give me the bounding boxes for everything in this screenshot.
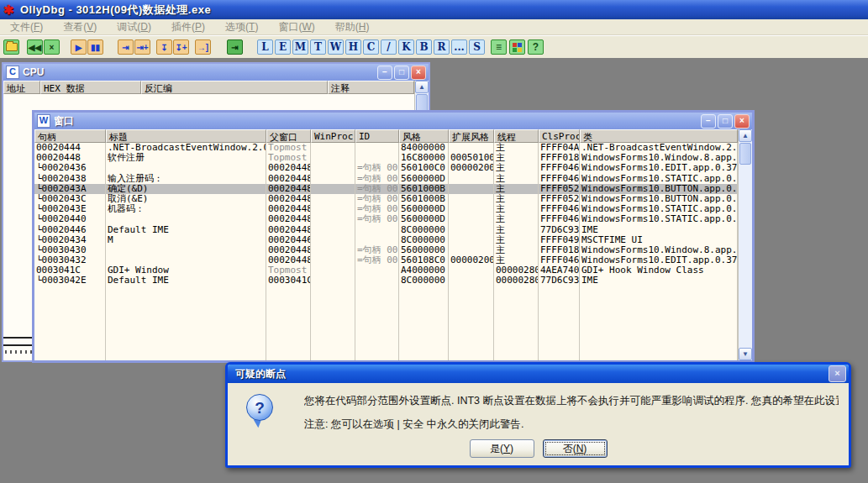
menu-item[interactable]: 插件(P) <box>161 20 215 34</box>
dialog-close-button: × <box>829 365 846 382</box>
log-window-button[interactable]: L <box>257 39 273 55</box>
references-window-button[interactable]: R <box>434 39 450 55</box>
appearance-button[interactable] <box>509 39 525 55</box>
scroll-thumb[interactable] <box>739 143 751 165</box>
scroll-up-button[interactable]: ▲ <box>739 129 752 142</box>
step-into-button[interactable]: ⇥ <box>118 39 134 55</box>
column-header[interactable]: 标题 <box>106 129 266 143</box>
handle-cell: 00020448 <box>34 153 106 163</box>
dialog-titlebar[interactable]: 可疑的断点 × <box>228 365 849 383</box>
animate-into-button[interactable]: ↧ <box>156 39 172 55</box>
menu-item[interactable]: 窗口(W) <box>268 20 324 34</box>
column-header[interactable]: ID <box>355 129 399 143</box>
restart-button[interactable]: ◀◀ <box>27 39 43 55</box>
column-header[interactable]: HEX 数据 <box>40 81 141 94</box>
table-row[interactable]: └0002043E机器码：00020448=句柄 005600000D主FFFF… <box>34 204 738 214</box>
run-button[interactable]: ▶ <box>71 39 87 55</box>
run-trace-window-button[interactable]: ... <box>451 39 467 55</box>
windows-minimize-button[interactable]: − <box>701 114 716 129</box>
windows-titlebar[interactable]: W 窗口 − □ × <box>34 113 752 129</box>
exstyle-cell <box>449 245 494 255</box>
scroll-down-button[interactable]: ▼ <box>739 348 752 360</box>
column-header[interactable]: 类 <box>580 129 738 143</box>
yes-button[interactable]: 是(Y) <box>470 439 534 458</box>
menu-item[interactable]: 帮助(H) <box>325 20 380 34</box>
thread-cell: 主 <box>494 235 539 245</box>
column-header[interactable]: 反汇编 <box>141 81 328 94</box>
scroll-track[interactable] <box>739 165 752 348</box>
patches-window-button[interactable]: / <box>381 39 397 55</box>
winproc-cell <box>311 235 355 245</box>
exstyle-cell <box>449 194 494 204</box>
class-cell: IME <box>580 225 738 235</box>
id-cell: =句柄 00 <box>355 174 399 184</box>
close-program-button[interactable]: × <box>44 39 60 55</box>
cpu-close-button[interactable]: × <box>411 66 426 80</box>
go-to-address-button[interactable]: ⇥ <box>227 39 243 55</box>
table-row[interactable]: 0003041CGDI+ WindowTopmostA4000000000002… <box>34 265 738 276</box>
memory-window-button[interactable]: M <box>292 39 308 55</box>
table-row[interactable]: └0003042EDefault IME0003041C8C0000000000… <box>34 276 738 286</box>
windows-scrollbar[interactable]: ▲ ▼ <box>738 129 752 360</box>
animate-over-button[interactable]: ↧+ <box>173 39 189 55</box>
column-header[interactable]: 句柄 <box>34 129 106 143</box>
windows-maximize-button[interactable]: □ <box>718 114 733 129</box>
winproc-cell <box>311 163 355 173</box>
windows-close-button[interactable]: × <box>734 114 750 129</box>
threads-window-button[interactable]: T <box>310 39 326 55</box>
table-row[interactable]: 00020444.NET-BroadcastEventWindow.2.0.0.… <box>34 143 738 153</box>
main-titlebar[interactable]: ✱ OllyDbg - 3012H(09代)数据处理.exe <box>0 0 868 19</box>
thread-cell: 主 <box>494 255 539 265</box>
scroll-up-button[interactable]: ▲ <box>415 81 429 93</box>
column-header[interactable]: WinProc <box>311 129 355 143</box>
winproc-cell <box>311 194 355 204</box>
cpu-maximize-button[interactable]: □ <box>394 66 409 80</box>
table-row[interactable]: 00020448软件注册Topmost16C8000000050100主FFFF… <box>34 153 738 163</box>
column-header[interactable]: 风格 <box>399 129 449 143</box>
menu-item[interactable]: 调试(D) <box>107 20 161 34</box>
table-row[interactable]: └00020438输入注册码：00020448=句柄 005600000D主FF… <box>34 174 738 184</box>
table-row[interactable]: └0002043A确定(&D)00020448=句柄 005601000B主FF… <box>34 184 738 194</box>
no-button[interactable]: 否(N) <box>543 439 608 458</box>
debugging-options-button[interactable]: ≡ <box>491 39 507 55</box>
cpu-column-headers: 地址HEX 数据反汇编注释 <box>3 81 414 94</box>
parent-cell: 00020448 <box>266 163 311 173</box>
open-file-button[interactable] <box>3 39 19 55</box>
breakpoints-window-button[interactable]: B <box>416 39 432 55</box>
handle-cell: └00020440 <box>34 214 106 224</box>
windows-window-button[interactable]: W <box>328 39 344 55</box>
exstyle-cell <box>449 265 494 276</box>
menu-item[interactable]: 文件(F) <box>0 20 53 34</box>
table-row[interactable]: └00020446Default IME000204488C000000主77D… <box>34 225 738 235</box>
table-row[interactable]: └0002043C取消(&E)00020448=句柄 005601000B主FF… <box>34 194 738 204</box>
pause-button[interactable]: ▮▮ <box>87 39 103 55</box>
column-header[interactable]: 父窗口 <box>266 129 311 143</box>
column-header[interactable]: 线程 <box>494 129 539 143</box>
call-stack-window-button[interactable]: K <box>398 39 414 55</box>
source-window-button[interactable]: S <box>469 39 485 55</box>
executables-window-button[interactable]: E <box>275 39 291 55</box>
handles-window-button[interactable]: H <box>345 39 361 55</box>
table-row[interactable]: └0003043200020448=句柄 00560108C000000200主… <box>34 255 738 265</box>
column-header[interactable]: ClsProc <box>539 129 580 143</box>
table-row[interactable]: └0002043600020448=句柄 00560100C000000200主… <box>34 163 738 173</box>
step-over-button[interactable]: ⇥+ <box>134 39 150 55</box>
help-button[interactable]: ? <box>528 39 544 55</box>
table-row[interactable]: └0002044000020448=句柄 005600000D主FFFF0469… <box>34 214 738 224</box>
menu-item[interactable]: 选项(T) <box>215 20 268 34</box>
parent-cell: 00020448 <box>266 225 311 235</box>
cpu-minimize-button[interactable]: − <box>377 66 392 80</box>
table-row[interactable]: └00020434M000204468C000000主FFFF0499MSCTF… <box>34 235 738 245</box>
style-cell: A4000000 <box>399 265 449 276</box>
cpu-titlebar[interactable]: C CPU − □ × <box>3 64 429 81</box>
winproc-cell <box>311 245 355 255</box>
column-header[interactable]: 注释 <box>328 81 414 94</box>
execute-till-return-button[interactable]: →] <box>195 39 211 55</box>
id-cell: =句柄 00 <box>355 255 399 265</box>
cpu-window-button[interactable]: C <box>363 39 379 55</box>
column-header[interactable]: 扩展风格 <box>449 129 494 143</box>
menu-item[interactable]: 查看(V) <box>53 20 107 34</box>
column-header[interactable]: 地址 <box>3 81 40 94</box>
table-row[interactable]: └0003043000020448=句柄 0056000000主FFFF0185… <box>34 245 738 255</box>
id-cell: =句柄 00 <box>355 163 399 173</box>
